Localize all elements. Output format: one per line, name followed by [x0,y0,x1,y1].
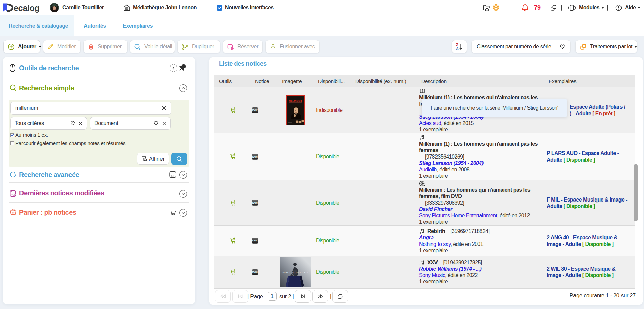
decalog-logo[interactable]: ecalog [3,0,40,15]
doctype-select[interactable]: Document [90,117,171,130]
add-to-cart-icon[interactable] [230,237,236,244]
column-header-disponibilite-num: Disponibilité (ex. num.) [353,75,416,87]
doc-badge[interactable]: DOC [252,154,258,160]
doc-badge[interactable]: DOC [252,200,258,206]
folder-cloud-button[interactable] [482,0,490,15]
collapse-panel-button[interactable] [170,64,177,72]
batch-processing-button[interactable]: Traitements par lot [575,40,637,53]
next-page-button[interactable] [295,290,311,303]
add-to-cart-icon[interactable] [230,153,236,160]
refine-button[interactable]: Affiner [137,153,169,165]
pin-button[interactable] [178,63,187,72]
links-button[interactable] [550,0,557,15]
chevron-down-icon [181,192,185,196]
book-cover-millenium[interactable]: MILLÉNIUM 1 [286,95,305,125]
advanced-search-icon [9,171,17,178]
add-to-cart-icon[interactable] [230,269,236,275]
at-least-one-label[interactable]: Au moins 1 ex. [15,132,48,138]
notice-author-link[interactable]: David Fincher [419,206,544,212]
reserve-button[interactable]: Réserver [223,40,263,53]
row-exemplaires-cell[interactable]: P LARS AUD - Espace Adulte - Adulte [ Di… [544,133,635,180]
notifications-button[interactable]: 79 [521,0,541,15]
add-to-cart-icon[interactable] [230,107,236,114]
expand-recent-records-button[interactable] [179,190,187,198]
topbar-separator [607,5,608,11]
sort-za-icon: Z A [455,42,464,51]
tab-recherche-catalogage[interactable]: Recherche & catalogage [9,15,68,36]
delete-button[interactable]: Supprimer [83,40,128,53]
heart-pick-icon[interactable] [70,121,75,126]
view-detail-button[interactable]: Voir le détail [130,40,175,53]
tab-autorites[interactable]: Autorités [84,15,106,36]
row-outils-cell [214,256,250,288]
svg-text:ecalog: ecalog [14,3,39,13]
edit-button[interactable]: Modifier [43,40,81,53]
notice-publisher-link[interactable]: Nothing to say [419,241,450,247]
bell-icon [521,4,530,12]
criteria-select[interactable]: Tous critères [10,117,87,130]
doc-badge[interactable]: DOC [252,269,258,275]
search-query-field[interactable] [10,102,171,115]
page-total-label: sur 2 | [279,290,294,303]
first-page-button[interactable] [215,290,231,303]
modules-menu[interactable]: Modules [568,0,604,15]
doc-badge[interactable]: DOC [252,107,258,113]
column-header-description: Description [416,75,544,87]
tab-exemplaires[interactable]: Exemplaires [123,15,153,36]
row-imagette-cell [275,226,316,256]
refresh-button[interactable] [332,290,348,303]
notice-publisher-link[interactable]: Sony Pictures Home Entertainment [419,213,497,218]
new-interfaces-checkbox[interactable] [217,5,222,11]
list-title: Liste des notices [219,60,267,68]
doc-badge[interactable]: DOC [252,238,258,244]
clear-doctype-icon[interactable] [162,121,166,126]
notice-author-link[interactable]: Robbie Williams (1974 - ...) [419,266,544,272]
at-least-one-checkbox[interactable] [10,133,14,137]
previous-page-button[interactable] [232,290,248,303]
help-menu[interactable]: Aide [615,0,640,15]
expand-advanced-search-button[interactable] [179,171,187,179]
classement-select[interactable]: Classement par numéro de série [471,40,571,53]
clear-query-icon[interactable] [162,106,166,111]
duplicate-button[interactable]: Dupliquer [177,40,220,53]
table-header: Outils Notice Imagette Disponibili... Di… [214,75,635,87]
add-to-cart-icon[interactable] [230,200,236,206]
notice-publisher-link[interactable]: Audiolib [419,167,437,172]
notice-author-link[interactable]: Angra [419,234,544,241]
notice-publisher-link[interactable]: Actes sud [419,120,441,126]
new-interfaces-toggle[interactable]: Nouvelles interfaces [217,0,274,15]
vertical-scrollbar[interactable] [634,164,638,221]
collapse-simple-search-button[interactable] [179,84,187,92]
exemplaire-location: 2 ANG 40 - Espace Musique & [547,234,635,241]
view-basket-button[interactable] [169,208,177,216]
clear-criteria-icon[interactable] [78,121,83,126]
exemplaire-location: P LARS AUD - Espace Adulte - [547,150,635,157]
search-submit-button[interactable] [171,153,187,165]
availability-num-cell [353,87,416,133]
notice-publisher-link[interactable]: Sony Music [419,272,445,278]
merge-button[interactable]: Fusionner avec [265,40,320,53]
last-page-button[interactable] [312,290,328,303]
add-button[interactable]: Ajouter [3,40,40,53]
row-exemplaires-cell[interactable]: 2 ANG 40 - Espace Musique & Image - Adul… [544,226,635,256]
table-row: DOC Disponible Rebirth [3596971718824] A… [214,225,635,256]
browse-notes-label[interactable]: Parcourir également les champs notes et … [15,140,125,146]
broadcast-button[interactable] [492,0,500,15]
divider [9,78,189,78]
search-query-input[interactable] [15,105,162,111]
sort-button[interactable]: Z A [452,40,467,53]
notice-author-link[interactable]: Stieg Larsson (1954 - 2004) [419,160,544,166]
library-selector[interactable]: Médiathèque John Lennon [123,0,197,15]
row-exemplaires-cell[interactable]: F MIL - Espace Musique & Image - Adulte … [544,180,635,225]
album-cover-xxv[interactable]: ROBBIE WILLIAMS XXV [280,257,311,287]
browse-notes-checkbox[interactable] [10,141,14,145]
heart-pick-icon[interactable] [153,121,159,126]
page-input[interactable] [268,292,277,301]
heart-pick-icon [559,44,565,50]
expand-basket-button[interactable] [179,209,187,217]
chevron-down-icon [638,7,640,9]
row-exemplaires-cell[interactable]: 2 WIL 80 - Espace Musique & Image - Adul… [544,256,635,288]
row-notice-cell: DOC [250,226,275,256]
saved-searches-button[interactable] [169,170,177,179]
user-avatar[interactable]: Camille Tourtillier [50,0,104,15]
